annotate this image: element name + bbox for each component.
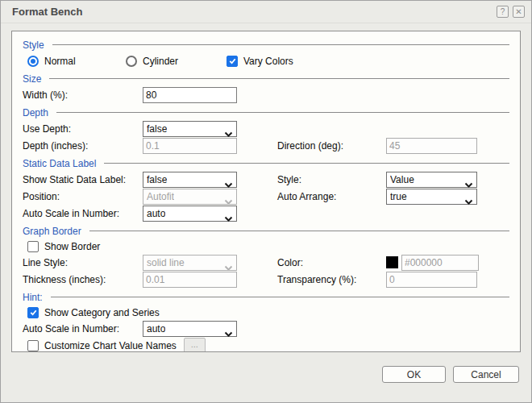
transparency-label: Transparency (%):	[277, 274, 386, 285]
customize-names-label: Customize Chart Value Names	[44, 340, 177, 351]
size-section-heading: Size	[23, 73, 511, 85]
thickness-input	[143, 272, 237, 288]
hint-auto-scale-row: Auto Scale in Number: auto	[23, 320, 511, 337]
normal-radio[interactable]	[27, 56, 39, 67]
label-style-label: Style:	[277, 174, 386, 185]
customize-names-checkbox[interactable]	[27, 340, 39, 351]
style-choice-row: Normal Cylinder Vary Colors	[23, 52, 511, 69]
hint-auto-scale-select[interactable]: auto	[143, 321, 237, 337]
chevron-down-icon	[464, 177, 473, 184]
position-label: Position:	[23, 191, 143, 202]
show-category-row: Show Category and Series	[23, 305, 511, 320]
hint-auto-scale-label: Auto Scale in Number:	[23, 323, 143, 334]
line-style-value: solid line	[147, 257, 185, 268]
ok-button[interactable]: OK	[382, 366, 446, 383]
show-static-label: Show Static Data Label:	[23, 174, 143, 185]
section-title: Static Data Label	[23, 158, 96, 169]
width-label: Width (%):	[23, 89, 143, 101]
use-depth-select[interactable]: false	[143, 121, 237, 137]
depth-inches-label: Depth (inches):	[23, 140, 143, 152]
show-border-checkbox[interactable]	[27, 241, 39, 252]
ellipsis-button: ...	[184, 338, 206, 352]
position-row: Position: Autofit Auto Arrange: true	[23, 188, 511, 205]
vary-colors-checkbox[interactable]	[227, 56, 238, 67]
thickness-transparency-row: Thickness (inches): Transparency (%):	[23, 271, 511, 288]
show-category-label: Show Category and Series	[44, 307, 160, 318]
border-color-label: Color:	[277, 257, 386, 268]
line-style-color-row: Line Style: solid line Color:	[23, 254, 511, 271]
dialog-body-panel: Style Normal Cylinder Vary Colors Size	[11, 31, 521, 352]
chevron-down-icon	[224, 326, 233, 333]
depth-direction-row: Depth (inches): Direction (deg):	[23, 137, 511, 154]
use-depth-row: Use Depth: false	[23, 120, 511, 137]
section-rule	[52, 44, 509, 45]
depth-section-heading: Depth	[23, 106, 511, 118]
section-rule	[104, 163, 509, 164]
sdl-auto-scale-row: Auto Scale in Number: auto	[23, 205, 511, 222]
label-style-value: Value	[390, 174, 414, 185]
width-input[interactable]	[143, 87, 237, 103]
chevron-down-icon	[224, 211, 233, 218]
thickness-label: Thickness (inches):	[23, 274, 143, 285]
section-rule	[89, 231, 509, 231]
vary-colors-label: Vary Colors	[243, 56, 293, 67]
graph-border-section-heading: Graph Border	[23, 225, 511, 237]
dialog-footer: OK Cancel	[382, 366, 519, 383]
direction-input	[386, 138, 477, 154]
sdl-auto-scale-label: Auto Scale in Number:	[23, 208, 143, 219]
dialog-title: Format Bench	[12, 6, 493, 18]
cylinder-radio-label: Cylinder	[143, 56, 178, 67]
chevron-down-icon	[224, 127, 233, 133]
position-select: Autofit	[143, 189, 237, 205]
chevron-down-icon	[224, 260, 233, 267]
dialog-titlebar[interactable]: Format Bench ? ✕	[1, 1, 531, 23]
direction-label: Direction (deg):	[277, 140, 386, 152]
section-rule	[51, 297, 509, 297]
section-title: Style	[23, 39, 44, 51]
section-rule	[49, 78, 509, 79]
color-hex-input	[401, 255, 479, 271]
show-static-value: false	[147, 174, 167, 185]
chevron-down-icon	[224, 177, 233, 184]
sdl-auto-scale-value: auto	[147, 208, 165, 219]
customize-row: Customize Chart Value Names ...	[23, 337, 511, 352]
section-title: Graph Border	[23, 226, 81, 237]
show-static-row: Show Static Data Label: false Style: Val…	[23, 171, 511, 188]
style-section-heading: Style	[23, 39, 511, 51]
transparency-input	[386, 272, 477, 288]
check-icon	[29, 305, 38, 320]
section-title: Depth	[23, 107, 48, 118]
static-data-label-section-heading: Static Data Label	[23, 157, 511, 169]
line-style-label: Line Style:	[23, 257, 143, 268]
auto-arrange-select[interactable]: true	[386, 189, 477, 205]
use-depth-value: false	[147, 123, 167, 135]
depth-inches-input	[143, 138, 237, 154]
show-category-checkbox[interactable]	[27, 307, 39, 318]
chevron-down-icon	[464, 194, 473, 201]
show-static-select[interactable]: false	[143, 172, 237, 188]
color-swatch[interactable]	[386, 256, 398, 268]
format-bench-dialog: Format Bench ? ✕ Style Normal Cylinder V…	[0, 0, 532, 403]
help-icon[interactable]: ?	[497, 6, 509, 18]
use-depth-label: Use Depth:	[23, 123, 143, 135]
label-style-select[interactable]: Value	[386, 172, 477, 188]
chevron-down-icon	[224, 194, 233, 201]
cylinder-radio[interactable]	[126, 56, 137, 67]
line-style-select: solid line	[143, 255, 237, 271]
close-icon[interactable]: ✕	[513, 6, 525, 18]
section-rule	[56, 112, 509, 113]
show-border-label: Show Border	[44, 241, 100, 252]
cancel-button[interactable]: Cancel	[453, 366, 519, 383]
hint-auto-scale-value: auto	[147, 323, 165, 334]
position-value: Autofit	[147, 191, 174, 202]
check-icon	[228, 54, 237, 69]
hint-section-heading: Hint:	[23, 291, 511, 303]
show-border-row: Show Border	[23, 239, 511, 254]
section-title: Size	[23, 73, 41, 85]
normal-radio-label: Normal	[44, 56, 76, 67]
section-title: Hint:	[23, 292, 43, 303]
width-row: Width (%):	[23, 86, 511, 103]
auto-arrange-value: true	[390, 191, 407, 202]
sdl-auto-scale-select[interactable]: auto	[143, 206, 237, 222]
auto-arrange-label: Auto Arrange:	[277, 191, 386, 202]
